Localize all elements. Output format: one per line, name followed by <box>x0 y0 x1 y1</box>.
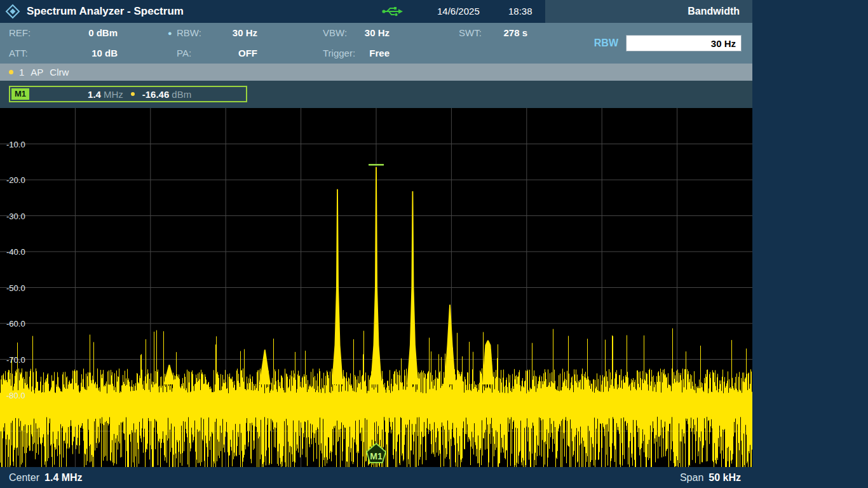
rbw-coupled-bullet-icon: ● <box>168 23 172 43</box>
trace-active-bullet-icon <box>9 70 13 74</box>
spectrum-plot: M1-10.0-20.0-30.0-40.0-50.0-60.0-70.0-80… <box>0 108 752 467</box>
ref-label[interactable]: REF: <box>9 23 31 43</box>
pa-value[interactable]: OFF <box>210 43 257 64</box>
svg-text:-60.0: -60.0 <box>6 319 25 329</box>
pa-label[interactable]: PA: <box>177 43 191 64</box>
trace-detector-mode: AP <box>31 67 43 78</box>
att-value[interactable]: 10 dB <box>38 43 118 64</box>
span-value: 50 kHz <box>709 472 741 484</box>
rbw-label[interactable]: RBW: <box>177 23 201 43</box>
ref-value[interactable]: 0 dBm <box>38 23 118 43</box>
usb-icon <box>381 4 404 19</box>
trace-write-mode: Clrw <box>50 67 69 78</box>
svg-text:M1: M1 <box>370 451 383 461</box>
marker-frequency-unit: MHz <box>104 89 123 100</box>
svg-text:-30.0: -30.0 <box>6 212 25 221</box>
vbw-label[interactable]: VBW: <box>323 23 347 43</box>
page-title: Spectrum Analyzer - Spectrum <box>27 0 184 23</box>
instrument-screen: Spectrum Analyzer - Spectrum 14/6/2025 1… <box>0 0 868 488</box>
center-label: Center <box>9 472 39 484</box>
marker-separator-bullet-icon <box>131 92 135 96</box>
svg-text:-20.0: -20.0 <box>6 175 25 185</box>
center-frequency[interactable]: Center 1.4 MHz <box>9 472 83 484</box>
svg-text:-70.0: -70.0 <box>6 355 25 365</box>
swt-label[interactable]: SWT: <box>459 23 482 43</box>
marker-bar: M1 1.4 MHz -16.46 dBm <box>0 81 752 108</box>
marker-level-value: -16.46 <box>142 89 170 100</box>
rohde-schwarz-logo-icon <box>5 4 20 19</box>
title-bar: Spectrum Analyzer - Spectrum 14/6/2025 1… <box>0 0 545 23</box>
trace-number: 1 <box>19 67 24 78</box>
time-display: 18:38 <box>508 0 532 23</box>
center-value: 1.4 MHz <box>44 472 83 484</box>
svg-text:-10.0: -10.0 <box>6 140 25 149</box>
svg-text:-80.0: -80.0 <box>6 391 25 400</box>
marker-level-unit: dBm <box>172 89 191 100</box>
vbw-value[interactable]: 30 Hz <box>346 23 390 43</box>
marker-frequency-value: 1.4 <box>88 89 101 100</box>
svg-text:-50.0: -50.0 <box>6 283 25 293</box>
rbw-value[interactable]: 30 Hz <box>210 23 257 43</box>
trace-status-bar[interactable]: 1 AP Clrw <box>0 64 752 81</box>
span-setting[interactable]: Span 50 kHz <box>680 472 741 484</box>
rbw-input-label: RBW <box>580 35 618 51</box>
marker-name-chip: M1 <box>11 88 29 100</box>
rbw-input[interactable] <box>626 35 742 51</box>
rbw-entry-panel: RBW <box>545 23 752 64</box>
frequency-footer: Center 1.4 MHz Span 50 kHz <box>0 467 752 488</box>
date-display: 14/6/2025 <box>437 0 480 23</box>
marker-readout[interactable]: M1 1.4 MHz -16.46 dBm <box>9 86 247 102</box>
trigger-value[interactable]: Free <box>346 43 390 64</box>
att-label[interactable]: ATT: <box>9 43 28 64</box>
svg-text:-40.0: -40.0 <box>6 247 25 257</box>
span-label: Span <box>680 472 703 484</box>
menu-header-bandwidth: Bandwidth <box>545 0 752 23</box>
spectrum-display[interactable]: M1-10.0-20.0-30.0-40.0-50.0-60.0-70.0-80… <box>0 108 752 467</box>
settings-panel: REF: 0 dBm ATT: 10 dB ● RBW: 30 Hz PA: O… <box>0 23 545 64</box>
swt-value[interactable]: 278 s <box>484 23 527 43</box>
